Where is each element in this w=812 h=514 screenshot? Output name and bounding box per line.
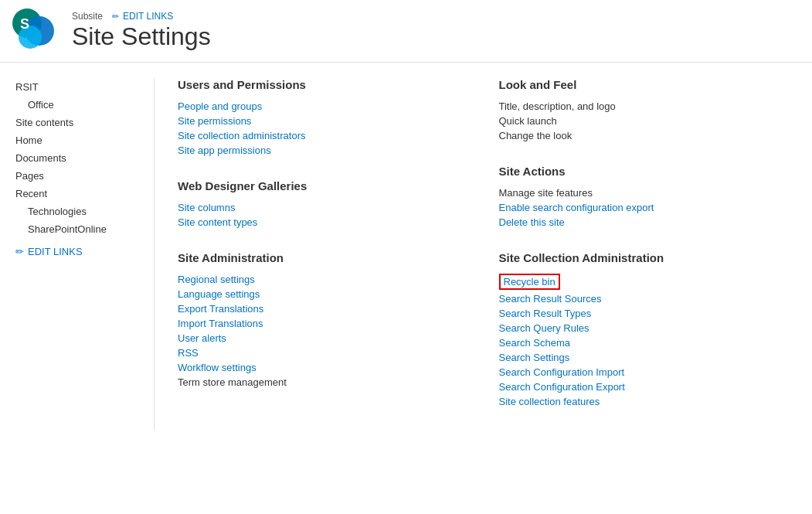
link-search-result-sources[interactable]: Search Result Sources xyxy=(499,291,790,306)
header-edit-links-label: EDIT LINKS xyxy=(123,11,173,22)
text-title-desc-logo: Title, description, and logo xyxy=(499,99,790,114)
section-users-permissions: Users and Permissions People and groups … xyxy=(178,78,468,158)
link-enable-search-export[interactable]: Enable search configuration export xyxy=(499,200,790,215)
svg-text:S: S xyxy=(20,16,29,32)
section-site-actions: Site Actions Manage site features Enable… xyxy=(499,165,790,230)
header-edit-links[interactable]: ✏ EDIT LINKS xyxy=(112,11,173,22)
sidebar-item-home[interactable]: Home xyxy=(15,131,138,149)
link-rss[interactable]: RSS xyxy=(178,346,468,360)
link-export-translations[interactable]: Export Translations xyxy=(178,301,468,316)
section-heading-site-collection-admin: Site Collection Administration xyxy=(499,251,790,264)
text-change-look: Change the look xyxy=(499,128,790,143)
link-user-alerts[interactable]: User alerts xyxy=(178,331,468,346)
right-column: Look and Feel Title, description, and lo… xyxy=(499,78,790,431)
link-search-settings[interactable]: Search Settings xyxy=(499,350,790,365)
sidebar-item-pages[interactable]: Pages xyxy=(15,167,138,185)
section-heading-web-designer: Web Designer Galleries xyxy=(178,179,468,192)
sidebar-item-sharepointonline[interactable]: SharePointOnline xyxy=(15,220,138,238)
header: S Subsite ✏ EDIT LINKS Site Settings xyxy=(0,0,812,63)
link-recycle-bin[interactable]: Recycle bin xyxy=(499,274,560,290)
text-quick-launch: Quick launch xyxy=(499,114,790,128)
pencil-icon: ✏ xyxy=(112,12,119,22)
breadcrumb-subsite[interactable]: Subsite xyxy=(72,11,103,22)
sidebar-item-office[interactable]: Office xyxy=(15,96,138,114)
header-text: Subsite ✏ EDIT LINKS Site Settings xyxy=(72,11,211,50)
link-search-config-export[interactable]: Search Configuration Export xyxy=(499,380,790,394)
section-heading-site-admin: Site Administration xyxy=(178,251,468,264)
link-regional-settings[interactable]: Regional settings xyxy=(178,272,468,287)
link-site-collection-admins[interactable]: Site collection administrators xyxy=(178,128,468,143)
link-delete-site[interactable]: Delete this site xyxy=(499,215,790,230)
link-site-content-types[interactable]: Site content types xyxy=(178,215,468,230)
section-site-admin: Site Administration Regional settings La… xyxy=(178,251,468,390)
sidebar-item-documents[interactable]: Documents xyxy=(15,149,138,167)
sidebar-item-site-contents[interactable]: Site contents xyxy=(15,114,138,131)
sidebar-edit-links-label: EDIT LINKS xyxy=(28,246,83,257)
link-site-columns[interactable]: Site columns xyxy=(178,200,468,215)
sidebar-item-rsit[interactable]: RSIT xyxy=(15,78,138,96)
link-language-settings[interactable]: Language settings xyxy=(178,287,468,301)
link-import-translations[interactable]: Import Translations xyxy=(178,316,468,331)
sharepoint-logo: S xyxy=(12,8,58,54)
left-column: Users and Permissions People and groups … xyxy=(178,78,468,431)
page-title: Site Settings xyxy=(72,23,211,50)
link-site-app-permissions[interactable]: Site app permissions xyxy=(178,143,468,158)
link-search-config-import[interactable]: Search Configuration Import xyxy=(499,365,790,380)
main-content: Users and Permissions People and groups … xyxy=(155,78,812,431)
link-search-query-rules[interactable]: Search Query Rules xyxy=(499,321,790,335)
link-people-groups[interactable]: People and groups xyxy=(178,99,468,114)
link-workflow-settings[interactable]: Workflow settings xyxy=(178,360,468,375)
section-site-collection-admin: Site Collection Administration Recycle b… xyxy=(499,251,790,409)
sidebar-edit-links[interactable]: ✏ EDIT LINKS xyxy=(15,243,138,260)
content-area: RSIT Office Site contents Home Documents… xyxy=(0,63,812,446)
section-heading-site-actions: Site Actions xyxy=(499,165,790,178)
link-site-collection-features[interactable]: Site collection features xyxy=(499,394,790,409)
section-look-feel: Look and Feel Title, description, and lo… xyxy=(499,78,790,143)
section-heading-users: Users and Permissions xyxy=(178,78,468,91)
sidebar: RSIT Office Site contents Home Documents… xyxy=(0,78,155,431)
text-term-store: Term store management xyxy=(178,375,468,390)
section-web-designer: Web Designer Galleries Site columns Site… xyxy=(178,179,468,230)
sidebar-item-technologies[interactable]: Technologies xyxy=(15,203,138,220)
link-search-result-types[interactable]: Search Result Types xyxy=(499,306,790,321)
text-manage-features: Manage site features xyxy=(499,186,790,200)
link-search-schema[interactable]: Search Schema xyxy=(499,335,790,350)
breadcrumb-row: Subsite ✏ EDIT LINKS xyxy=(72,11,211,22)
link-site-permissions[interactable]: Site permissions xyxy=(178,114,468,128)
section-heading-look-feel: Look and Feel xyxy=(499,78,790,91)
sidebar-pencil-icon: ✏ xyxy=(15,246,24,257)
sidebar-item-recent[interactable]: Recent xyxy=(15,185,138,203)
